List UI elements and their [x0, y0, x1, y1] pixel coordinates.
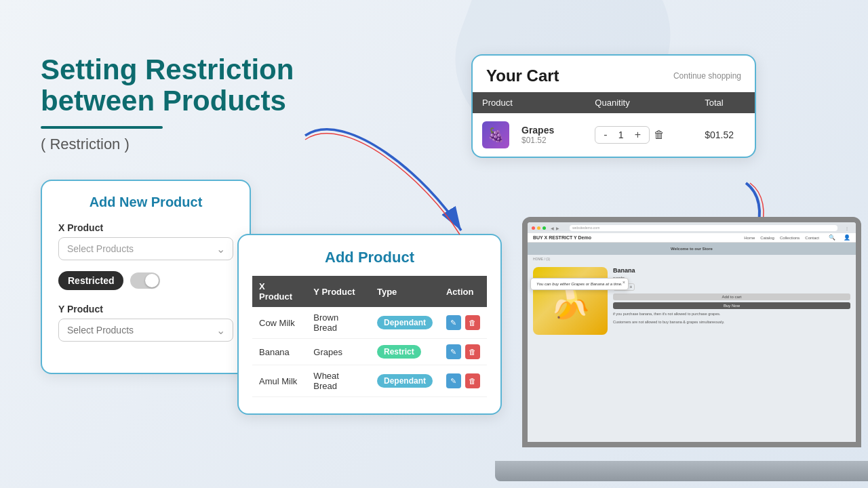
- title-divider: [41, 126, 163, 129]
- y-product-select-wrapper[interactable]: [58, 319, 233, 342]
- laptop-screen: ◀ ▶ websitedemo.com ⋮ BUY X RESTRICT Y D…: [522, 217, 861, 447]
- cart-header: Your Cart Continue shopping: [473, 56, 755, 92]
- screen-note-2: Customers are not allowed to buy banana …: [613, 320, 850, 325]
- url-text: websitedemo.com: [570, 225, 837, 231]
- x-product-cell: Amul Milk: [252, 365, 307, 397]
- table-row: Cow Milk Brown Bread Dependant ✎ 🗑: [252, 307, 487, 339]
- col-x-product: X Product: [252, 276, 307, 307]
- product-name-cell: Grapes $01.52: [521, 125, 554, 145]
- y-product-cell: Grapes: [307, 339, 370, 365]
- y-product-cell: Wheat Bread: [307, 365, 370, 397]
- y-product-label: Y Product: [58, 304, 233, 314]
- x-product-label: X Product: [58, 222, 233, 233]
- cart-title: Your Cart: [486, 66, 559, 85]
- breadcrumb-area: HOME / (1): [528, 255, 856, 263]
- nav-contact[interactable]: Contact: [805, 236, 819, 240]
- screen-popup: × You can buy either Grapes or Banana at…: [530, 278, 629, 290]
- edit-button[interactable]: ✎: [446, 373, 461, 388]
- screen-buy-now-button[interactable]: Buy Now: [613, 302, 850, 309]
- quantity-control: - 1 +: [595, 126, 650, 144]
- add-new-product-card: Add New Product X Product Select Product…: [41, 180, 251, 374]
- y-product-cell: Brown Bread: [307, 307, 370, 339]
- screen-toolbar: ◀ ▶ websitedemo.com ⋮: [528, 222, 856, 233]
- qty-decrease-button[interactable]: -: [601, 129, 610, 141]
- screen-product-area: 🍌 Banana pants - 1 + Add to cart Buy Now…: [528, 263, 856, 339]
- qty-increase-button[interactable]: +: [632, 129, 644, 141]
- restricted-toggle[interactable]: [130, 272, 160, 289]
- main-title: Setting Restriction between Products: [41, 54, 294, 117]
- continue-shopping-link[interactable]: Continue shopping: [673, 71, 741, 81]
- cart-col-total: Total: [695, 92, 755, 113]
- screen-qty-increase[interactable]: +: [627, 284, 634, 290]
- edit-button[interactable]: ✎: [446, 344, 461, 359]
- cart-quantity-cell: - 1 + 🗑: [585, 113, 695, 157]
- product-table-body: Cow Milk Brown Bread Dependant ✎ 🗑 Banan…: [252, 307, 487, 397]
- banana-image-container: 🍌: [533, 267, 608, 335]
- address-bar[interactable]: websitedemo.com: [570, 225, 837, 231]
- laptop-mockup: ◀ ▶ websitedemo.com ⋮ BUY X RESTRICT Y D…: [495, 217, 868, 488]
- action-icons: ✎ 🗑: [446, 344, 480, 359]
- search-icon[interactable]: 🔍: [829, 235, 835, 241]
- title-line1: Setting Restriction: [41, 54, 294, 85]
- cart-total-cell: $01.52: [695, 113, 755, 157]
- cart-col-quantity: Quanitity: [585, 92, 695, 113]
- y-product-input[interactable]: [58, 319, 233, 342]
- delete-button[interactable]: 🗑: [465, 344, 480, 359]
- restricted-label: Restricted: [58, 271, 123, 290]
- action-cell: ✎ 🗑: [439, 339, 487, 365]
- type-badge-dependant: Dependant: [377, 316, 433, 329]
- col-action: Action: [439, 276, 487, 307]
- x-product-select[interactable]: Select Products: [58, 237, 233, 260]
- screen-note-1: if you purchase banana, then it's not al…: [613, 312, 850, 317]
- action-cell: ✎ 🗑: [439, 365, 487, 397]
- banana-image: 🍌: [533, 267, 608, 335]
- screen-product-info: Banana pants - 1 + Add to cart Buy Now i…: [613, 267, 850, 335]
- product-name: Grapes: [521, 125, 554, 136]
- welcome-banner: Welcome to our Store: [528, 243, 856, 255]
- type-badge-dependant: Dependant: [377, 374, 433, 388]
- col-y-product: Y Product: [307, 276, 370, 307]
- action-icons: ✎ 🗑: [446, 373, 480, 388]
- popup-close-button[interactable]: ×: [623, 280, 625, 285]
- screen-nav: BUY X RESTRICT Y Demo Home Catalog Colle…: [528, 233, 856, 243]
- table-row: Banana Grapes Restrict ✎ 🗑: [252, 339, 487, 365]
- popup-text: You can buy either Grapes or Banana at a…: [536, 282, 623, 286]
- x-product-cell: Banana: [252, 339, 307, 365]
- account-icon[interactable]: 👤: [844, 235, 850, 241]
- add-new-product-title: Add New Product: [58, 195, 233, 210]
- product-table-header: X Product Y Product Type Action: [252, 276, 487, 307]
- edit-button[interactable]: ✎: [446, 315, 461, 330]
- store-logo-text: BUY X RESTRICT Y Demo: [533, 235, 591, 240]
- cart-table: Product Quanitity Total 🍇 Grapes $01.52: [473, 92, 755, 157]
- screen-add-to-cart-button[interactable]: Add to cart: [613, 293, 850, 300]
- product-table: X Product Y Product Type Action Cow Milk…: [252, 276, 487, 397]
- product-price: $01.52: [521, 136, 554, 145]
- screen-product-price: pants: [613, 276, 850, 281]
- cart-item-row: 🍇 Grapes $01.52 - 1 + 🗑: [473, 113, 755, 157]
- nav-home[interactable]: Home: [744, 236, 755, 240]
- title-line2: between Products: [41, 85, 286, 117]
- remove-item-button[interactable]: 🗑: [654, 129, 665, 141]
- type-cell: Restrict: [370, 339, 439, 365]
- screen-product-title: Banana: [613, 267, 850, 274]
- qty-value: 1: [614, 129, 628, 140]
- x-product-select-wrapper[interactable]: Select Products: [58, 237, 233, 260]
- type-badge-restrict: Restrict: [377, 345, 421, 359]
- laptop-base: [495, 461, 868, 481]
- cart-table-body: 🍇 Grapes $01.52 - 1 + 🗑: [473, 113, 755, 157]
- x-product-cell: Cow Milk: [252, 307, 307, 339]
- maximize-dot: [542, 226, 546, 230]
- close-dot: [532, 226, 535, 230]
- heading-area: Setting Restriction between Products ( R…: [41, 54, 294, 153]
- nav-catalog[interactable]: Catalog: [760, 236, 774, 240]
- cart-table-header: Product Quanitity Total: [473, 92, 755, 113]
- action-cell: ✎ 🗑: [439, 307, 487, 339]
- delete-button[interactable]: 🗑: [465, 373, 480, 388]
- nav-collections[interactable]: Collections: [780, 236, 800, 240]
- type-cell: Dependant: [370, 307, 439, 339]
- screen-content: ◀ ▶ websitedemo.com ⋮ BUY X RESTRICT Y D…: [528, 222, 856, 442]
- col-type: Type: [370, 276, 439, 307]
- delete-button[interactable]: 🗑: [465, 315, 480, 330]
- minimize-dot: [537, 226, 540, 230]
- type-cell: Dependant: [370, 365, 439, 397]
